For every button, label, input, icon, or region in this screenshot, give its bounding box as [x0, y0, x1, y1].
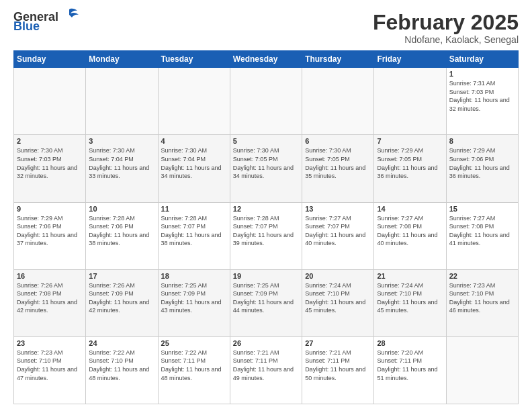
day-info: Sunrise: 7:27 AM Sunset: 7:08 PM Dayligh…	[377, 214, 443, 248]
day-number: 27	[305, 339, 371, 347]
calendar-week-row: 9Sunrise: 7:29 AM Sunset: 7:06 PM Daylig…	[14, 202, 519, 269]
day-info: Sunrise: 7:23 AM Sunset: 7:10 PM Dayligh…	[449, 281, 515, 315]
day-info: Sunrise: 7:28 AM Sunset: 7:06 PM Dayligh…	[89, 214, 154, 248]
day-info: Sunrise: 7:29 AM Sunset: 7:06 PM Dayligh…	[449, 146, 515, 180]
table-row: 10Sunrise: 7:28 AM Sunset: 7:06 PM Dayli…	[86, 202, 158, 269]
day-number: 21	[377, 272, 443, 280]
table-row: 27Sunrise: 7:21 AM Sunset: 7:11 PM Dayli…	[302, 336, 374, 404]
logo: General Blue	[13, 11, 79, 32]
day-number: 20	[305, 272, 371, 280]
day-number: 9	[17, 205, 83, 213]
table-row	[302, 68, 374, 135]
day-info: Sunrise: 7:27 AM Sunset: 7:08 PM Dayligh…	[449, 214, 515, 248]
table-row: 19Sunrise: 7:25 AM Sunset: 7:09 PM Dayli…	[230, 269, 302, 336]
day-number: 25	[161, 339, 227, 347]
day-number: 19	[233, 272, 299, 280]
table-row: 21Sunrise: 7:24 AM Sunset: 7:10 PM Dayli…	[374, 269, 446, 336]
day-number: 7	[377, 137, 443, 145]
calendar-week-row: 2Sunrise: 7:30 AM Sunset: 7:03 PM Daylig…	[14, 135, 519, 202]
table-row: 12Sunrise: 7:28 AM Sunset: 7:07 PM Dayli…	[230, 202, 302, 269]
day-number: 4	[161, 137, 227, 145]
calendar-subtitle: Ndofane, Kaolack, Senegal	[373, 34, 519, 45]
day-info: Sunrise: 7:30 AM Sunset: 7:04 PM Dayligh…	[89, 146, 154, 180]
table-row: 26Sunrise: 7:21 AM Sunset: 7:11 PM Dayli…	[230, 336, 302, 404]
title-area: February 2025 Ndofane, Kaolack, Senegal	[373, 11, 519, 45]
day-number: 22	[449, 272, 515, 280]
table-row	[14, 68, 86, 135]
day-info: Sunrise: 7:27 AM Sunset: 7:07 PM Dayligh…	[305, 214, 371, 248]
calendar-week-row: 23Sunrise: 7:23 AM Sunset: 7:10 PM Dayli…	[14, 336, 519, 404]
day-info: Sunrise: 7:26 AM Sunset: 7:09 PM Dayligh…	[89, 281, 154, 315]
table-row	[86, 68, 158, 135]
day-number: 23	[17, 339, 83, 347]
calendar-title: February 2025	[373, 11, 519, 34]
day-number: 18	[161, 272, 227, 280]
table-row: 17Sunrise: 7:26 AM Sunset: 7:09 PM Dayli…	[86, 269, 158, 336]
table-row: 15Sunrise: 7:27 AM Sunset: 7:08 PM Dayli…	[446, 202, 518, 269]
day-info: Sunrise: 7:24 AM Sunset: 7:10 PM Dayligh…	[377, 281, 443, 315]
header: General Blue February 2025 Ndofane, Kaol…	[13, 11, 519, 45]
col-friday: Friday	[374, 51, 446, 68]
page: General Blue February 2025 Ndofane, Kaol…	[0, 0, 532, 411]
day-number: 3	[89, 137, 154, 145]
table-row: 18Sunrise: 7:25 AM Sunset: 7:09 PM Dayli…	[158, 269, 230, 336]
day-info: Sunrise: 7:21 AM Sunset: 7:11 PM Dayligh…	[305, 349, 371, 382]
day-info: Sunrise: 7:21 AM Sunset: 7:11 PM Dayligh…	[233, 349, 299, 382]
table-row: 22Sunrise: 7:23 AM Sunset: 7:10 PM Dayli…	[446, 269, 518, 336]
day-info: Sunrise: 7:28 AM Sunset: 7:07 PM Dayligh…	[161, 214, 227, 248]
table-row: 24Sunrise: 7:22 AM Sunset: 7:10 PM Dayli…	[86, 336, 158, 404]
day-number: 2	[17, 137, 83, 145]
col-monday: Monday	[86, 51, 158, 68]
day-info: Sunrise: 7:30 AM Sunset: 7:05 PM Dayligh…	[233, 146, 299, 180]
col-tuesday: Tuesday	[158, 51, 230, 68]
table-row: 3Sunrise: 7:30 AM Sunset: 7:04 PM Daylig…	[86, 135, 158, 202]
table-row: 5Sunrise: 7:30 AM Sunset: 7:05 PM Daylig…	[230, 135, 302, 202]
day-number: 12	[233, 205, 299, 213]
table-row: 6Sunrise: 7:30 AM Sunset: 7:05 PM Daylig…	[302, 135, 374, 202]
logo-blue: Blue	[13, 20, 40, 32]
day-info: Sunrise: 7:22 AM Sunset: 7:10 PM Dayligh…	[89, 349, 154, 382]
calendar-table: Sunday Monday Tuesday Wednesday Thursday…	[13, 50, 519, 404]
table-row: 25Sunrise: 7:22 AM Sunset: 7:11 PM Dayli…	[158, 336, 230, 404]
day-number: 13	[305, 205, 371, 213]
day-number: 6	[305, 137, 371, 145]
table-row: 9Sunrise: 7:29 AM Sunset: 7:06 PM Daylig…	[14, 202, 86, 269]
table-row: 16Sunrise: 7:26 AM Sunset: 7:08 PM Dayli…	[14, 269, 86, 336]
table-row	[230, 68, 302, 135]
day-number: 15	[449, 205, 515, 213]
day-info: Sunrise: 7:30 AM Sunset: 7:03 PM Dayligh…	[17, 146, 83, 180]
day-number: 16	[17, 272, 83, 280]
day-number: 10	[89, 205, 154, 213]
day-number: 26	[233, 339, 299, 347]
table-row: 23Sunrise: 7:23 AM Sunset: 7:10 PM Dayli…	[14, 336, 86, 404]
table-row: 13Sunrise: 7:27 AM Sunset: 7:07 PM Dayli…	[302, 202, 374, 269]
table-row: 2Sunrise: 7:30 AM Sunset: 7:03 PM Daylig…	[14, 135, 86, 202]
day-info: Sunrise: 7:25 AM Sunset: 7:09 PM Dayligh…	[233, 281, 299, 315]
day-info: Sunrise: 7:30 AM Sunset: 7:04 PM Dayligh…	[161, 146, 227, 180]
day-number: 8	[449, 137, 515, 145]
day-info: Sunrise: 7:25 AM Sunset: 7:09 PM Dayligh…	[161, 281, 227, 315]
table-row: 14Sunrise: 7:27 AM Sunset: 7:08 PM Dayli…	[374, 202, 446, 269]
day-info: Sunrise: 7:22 AM Sunset: 7:11 PM Dayligh…	[161, 349, 227, 382]
day-number: 11	[161, 205, 227, 213]
calendar-week-row: 16Sunrise: 7:26 AM Sunset: 7:08 PM Dayli…	[14, 269, 519, 336]
day-info: Sunrise: 7:31 AM Sunset: 7:03 PM Dayligh…	[449, 79, 515, 113]
table-row	[446, 336, 518, 404]
day-info: Sunrise: 7:28 AM Sunset: 7:07 PM Dayligh…	[233, 214, 299, 248]
day-info: Sunrise: 7:24 AM Sunset: 7:10 PM Dayligh…	[305, 281, 371, 315]
table-row: 1Sunrise: 7:31 AM Sunset: 7:03 PM Daylig…	[446, 68, 518, 135]
table-row: 28Sunrise: 7:20 AM Sunset: 7:11 PM Dayli…	[374, 336, 446, 404]
day-info: Sunrise: 7:29 AM Sunset: 7:06 PM Dayligh…	[17, 214, 83, 248]
calendar-week-row: 1Sunrise: 7:31 AM Sunset: 7:03 PM Daylig…	[14, 68, 519, 135]
day-number: 28	[377, 339, 443, 347]
calendar-header-row: Sunday Monday Tuesday Wednesday Thursday…	[14, 51, 519, 68]
col-wednesday: Wednesday	[230, 51, 302, 68]
day-info: Sunrise: 7:30 AM Sunset: 7:05 PM Dayligh…	[305, 146, 371, 180]
day-number: 24	[89, 339, 154, 347]
col-sunday: Sunday	[14, 51, 86, 68]
logo-bird-icon	[60, 8, 79, 23]
day-info: Sunrise: 7:26 AM Sunset: 7:08 PM Dayligh…	[17, 281, 83, 315]
day-info: Sunrise: 7:29 AM Sunset: 7:05 PM Dayligh…	[377, 146, 443, 180]
day-number: 5	[233, 137, 299, 145]
col-saturday: Saturday	[446, 51, 518, 68]
